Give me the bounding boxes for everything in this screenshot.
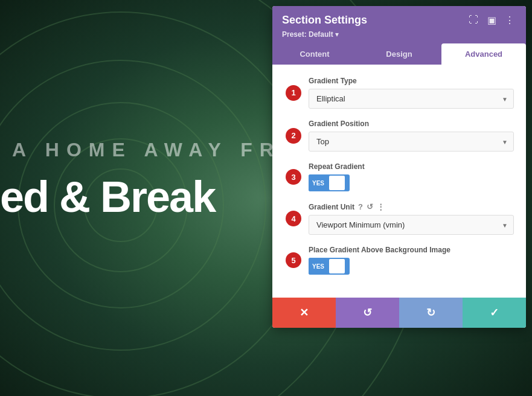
tab-design[interactable]: Design <box>357 43 441 65</box>
gradient-position-label: Gradient Position <box>309 120 514 128</box>
bg-heading-bottom: ed & Break <box>0 172 215 222</box>
place-gradient-toggle-wrap: YES <box>309 258 514 275</box>
gradient-unit-label: Gradient Unit ? ↺ ⋮ <box>309 202 514 211</box>
expand-icon[interactable]: ⛶ <box>467 13 480 27</box>
undo-button[interactable]: ↺ <box>336 298 399 328</box>
panel-header: Section Settings ⛶ ▣ ⋮ Preset: Default ▾ <box>272 6 526 43</box>
gradient-position-select[interactable]: Top Center Bottom Left Right <box>309 132 514 152</box>
gradient-type-label: Gradient Type <box>309 77 514 85</box>
tab-content[interactable]: Content <box>272 43 357 65</box>
panel-tabs: Content Design Advanced <box>272 43 526 65</box>
panel-header-icons: ⛶ ▣ ⋮ <box>467 13 516 27</box>
toggle-yes-label: YES <box>309 174 328 191</box>
place-gradient-toggle[interactable]: YES <box>309 258 350 275</box>
place-gradient-label: Place Gradient Above Background Image <box>309 246 514 254</box>
toggle-knob <box>329 176 345 190</box>
gradient-position-field: 2 Gradient Position Top Center Bottom Le… <box>309 120 514 152</box>
help-icon[interactable]: ? <box>358 202 363 211</box>
step-badge-4: 4 <box>286 211 301 226</box>
more-options-icon[interactable]: ⋮ <box>377 202 385 211</box>
gradient-type-select[interactable]: Linear Radial Elliptical Conical <box>309 89 514 109</box>
place-gradient-field: 5 Place Gradient Above Background Image … <box>309 246 514 275</box>
place-toggle-yes-label: YES <box>309 258 328 275</box>
more-icon[interactable]: ⋮ <box>503 13 516 27</box>
step-badge-5: 5 <box>286 252 301 268</box>
gradient-type-field: 1 Gradient Type Linear Radial Elliptical… <box>309 77 514 109</box>
gradient-unit-select[interactable]: px % em rem vw vh Viewport Minimum (vmin… <box>309 215 514 235</box>
panel-body: 1 Gradient Type Linear Radial Elliptical… <box>272 65 526 298</box>
preset-selector[interactable]: Preset: Default ▾ <box>282 30 516 39</box>
reset-icon[interactable]: ↺ <box>367 202 373 211</box>
layout-icon[interactable]: ▣ <box>485 13 498 27</box>
repeat-gradient-toggle-wrap: YES <box>309 174 514 191</box>
repeat-gradient-field: 3 Repeat Gradient YES <box>309 162 514 191</box>
save-button[interactable]: ✓ <box>463 298 526 328</box>
redo-button[interactable]: ↻ <box>399 298 463 328</box>
tab-advanced[interactable]: Advanced <box>441 43 526 65</box>
step-badge-1: 1 <box>286 85 301 101</box>
gradient-position-select-wrap: Top Center Bottom Left Right <box>309 132 514 152</box>
gradient-unit-field: 4 Gradient Unit ? ↺ ⋮ px % em rem vw vh … <box>309 202 514 235</box>
repeat-gradient-toggle[interactable]: YES <box>309 174 350 191</box>
repeat-gradient-label: Repeat Gradient <box>309 162 514 171</box>
place-toggle-knob <box>329 259 345 273</box>
step-badge-2: 2 <box>286 128 301 144</box>
panel-footer: ✕ ↺ ↻ ✓ <box>272 298 526 328</box>
step-badge-3: 3 <box>286 169 301 185</box>
cancel-button[interactable]: ✕ <box>272 298 336 328</box>
gradient-type-select-wrap: Linear Radial Elliptical Conical <box>309 89 514 109</box>
gradient-unit-select-wrap: px % em rem vw vh Viewport Minimum (vmin… <box>309 215 514 235</box>
panel-title: Section Settings <box>282 14 367 27</box>
section-settings-panel: Section Settings ⛶ ▣ ⋮ Preset: Default ▾… <box>272 6 526 328</box>
